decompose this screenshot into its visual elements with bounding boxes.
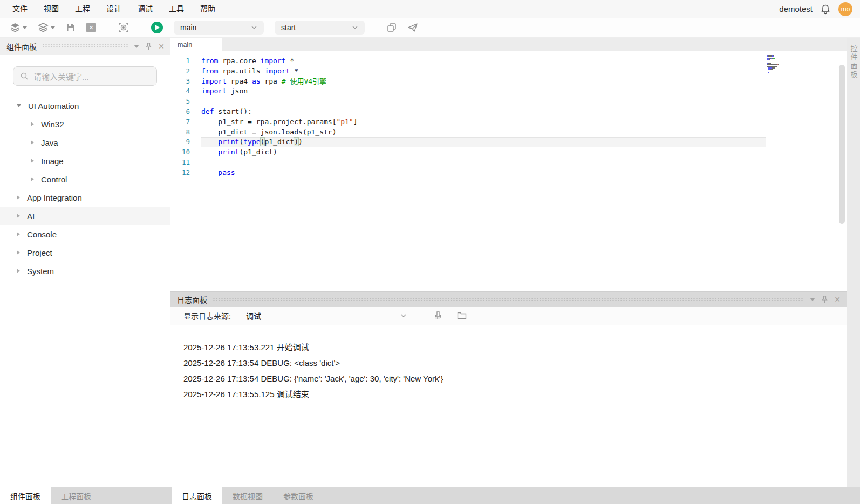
capture-target-button[interactable] [118, 22, 129, 33]
code-line-3[interactable]: 3import rpa4 as rpa # 使用V4引擎 [170, 77, 860, 87]
code-line-9[interactable]: 9 print(type(p1_dict)) [170, 137, 860, 147]
search-input[interactable]: 请输入关键字... [13, 66, 157, 86]
menu-帮助[interactable]: 帮助 [192, 0, 223, 18]
chevron-expanded-icon[interactable] [17, 104, 21, 107]
control-panel-vertical-tab[interactable]: 控件面板 [849, 45, 859, 487]
code-line-1[interactable]: 1from rpa.core import * [170, 56, 860, 66]
tree-item-java[interactable]: Java [0, 133, 170, 152]
panel-collapse-icon[interactable] [810, 298, 815, 301]
code-line-5[interactable]: 5 [170, 97, 860, 107]
notification-bell-icon[interactable] [820, 4, 831, 15]
components-stack-button[interactable] [10, 23, 27, 32]
user-avatar[interactable]: mo [838, 2, 852, 16]
code-line-7[interactable]: 7 p1_str = rpa.project.params["p1"] [170, 117, 860, 127]
line-number: 8 [170, 127, 190, 138]
code-line-6[interactable]: 6def start(): [170, 107, 860, 117]
toolbar-separator [420, 311, 420, 321]
panel-collapse-icon[interactable] [134, 45, 139, 48]
tree-item-app-integration[interactable]: App Integration [0, 188, 170, 207]
publish-button[interactable] [407, 23, 418, 32]
log-source-dropdown[interactable]: 调试 [246, 310, 407, 321]
line-number: 6 [170, 107, 190, 117]
panel-header-texture [213, 297, 804, 302]
clear-log-icon[interactable] [433, 311, 443, 321]
code-line-12[interactable]: 12 pass [170, 168, 860, 178]
main-area: 组件面板 ✕ 请输入关键字... UI AutomationWin32JavaI… [0, 38, 860, 487]
open-log-folder-icon[interactable] [457, 311, 467, 320]
panel-divider [0, 413, 170, 413]
panel-close-icon[interactable]: ✕ [158, 43, 165, 50]
chevron-collapsed-icon[interactable] [17, 214, 20, 218]
chevron-collapsed-icon[interactable] [17, 250, 20, 255]
tree-item-system[interactable]: System [0, 262, 170, 280]
menu-视图[interactable]: 视图 [36, 0, 67, 18]
function-dropdown[interactable]: start [275, 21, 365, 35]
bottom-tab-工程面板[interactable]: 工程面板 [51, 487, 101, 504]
menu-设计[interactable]: 设计 [98, 0, 129, 18]
component-tree: UI AutomationWin32JavaImageControlApp In… [0, 90, 170, 280]
copy-button[interactable] [387, 23, 397, 32]
menu-调试[interactable]: 调试 [129, 0, 161, 18]
close-file-button[interactable]: ✕ [86, 23, 96, 32]
search-icon [20, 72, 29, 80]
tree-item-label: App Integration [27, 193, 82, 202]
component-panel-title: 组件面板 [6, 41, 37, 52]
bottom-tab-日志面板[interactable]: 日志面板 [172, 487, 222, 504]
code-line-8[interactable]: 8 p1_dict = json.loads(p1_str) [170, 127, 860, 138]
code-line-10[interactable]: 10 print(p1_dict) [170, 147, 860, 158]
tree-item-label: Console [27, 230, 57, 239]
editor-tab-main[interactable]: main [170, 38, 222, 51]
code-line-text: pass [201, 168, 766, 178]
log-panel-title: 日志面板 [177, 294, 207, 305]
bottom-tab-组件面板[interactable]: 组件面板 [0, 487, 51, 504]
code-line-11[interactable]: 11 [170, 158, 860, 168]
panel-pin-icon[interactable] [146, 43, 152, 50]
tree-item-project[interactable]: Project [0, 243, 170, 262]
run-button[interactable] [151, 22, 163, 33]
panel-header-texture [42, 44, 128, 49]
flow-dropdown[interactable]: main [174, 21, 264, 35]
tree-item-image[interactable]: Image [0, 152, 170, 170]
save-button[interactable] [66, 23, 76, 32]
tree-item-ui-automation[interactable]: UI Automation [0, 97, 170, 115]
chevron-collapsed-icon[interactable] [31, 140, 34, 145]
chevron-collapsed-icon[interactable] [31, 177, 34, 181]
log-line: 2025-12-26 17:13:53.221 开始调试 [183, 339, 860, 355]
chevron-collapsed-icon[interactable] [31, 159, 34, 163]
components-stack-alt-button[interactable] [38, 23, 55, 32]
panel-close-icon[interactable]: ✕ [834, 296, 841, 303]
tree-item-win32[interactable]: Win32 [0, 115, 170, 133]
right-bottom-tabs: 日志面板数据视图参数面板 [172, 487, 324, 504]
code-line-text: print(p1_dict) [201, 147, 766, 158]
bottom-tab-参数面板[interactable]: 参数面板 [273, 487, 324, 504]
chevron-collapsed-icon[interactable] [17, 195, 20, 200]
bottom-tab-数据视图[interactable]: 数据视图 [222, 487, 273, 504]
toolbar-separator [107, 23, 107, 32]
tree-item-control[interactable]: Control [0, 170, 170, 188]
menu-工具[interactable]: 工具 [161, 0, 192, 18]
log-line: 2025-12-26 17:13:54 DEBUG: <class 'dict'… [183, 355, 860, 371]
tree-item-label: AI [27, 212, 35, 221]
editor-section: main 1from rpa.core import *2from rpa.ut… [170, 38, 860, 291]
menu-工程[interactable]: 工程 [67, 0, 98, 18]
code-line-2[interactable]: 2from rpa.utils import * [170, 66, 860, 77]
chevron-collapsed-icon[interactable] [31, 122, 34, 126]
code-line-4[interactable]: 4import json [170, 86, 860, 97]
chevron-collapsed-icon[interactable] [17, 269, 20, 273]
tree-item-console[interactable]: Console [0, 225, 170, 243]
account-name[interactable]: demotest [779, 4, 813, 13]
function-dropdown-value: start [281, 23, 352, 32]
code-line-text: p1_dict = json.loads(p1_str) [201, 127, 766, 138]
panel-pin-icon[interactable] [822, 296, 828, 303]
minimap [767, 55, 792, 74]
code-editor[interactable]: 1from rpa.core import *2from rpa.utils i… [170, 51, 860, 291]
search-row: 请输入关键字... [0, 55, 170, 90]
tree-item-ai[interactable]: AI [0, 207, 170, 225]
line-number: 9 [170, 137, 190, 147]
menu-bar-items: 文件视图工程设计调试工具帮助 [4, 0, 223, 18]
editor-scrollbar-thumb[interactable] [839, 65, 845, 224]
menu-文件[interactable]: 文件 [4, 0, 36, 18]
log-panel-header: 日志面板 ✕ [170, 292, 860, 307]
chevron-collapsed-icon[interactable] [17, 232, 20, 236]
code-line-text: from rpa.utils import * [201, 66, 766, 77]
